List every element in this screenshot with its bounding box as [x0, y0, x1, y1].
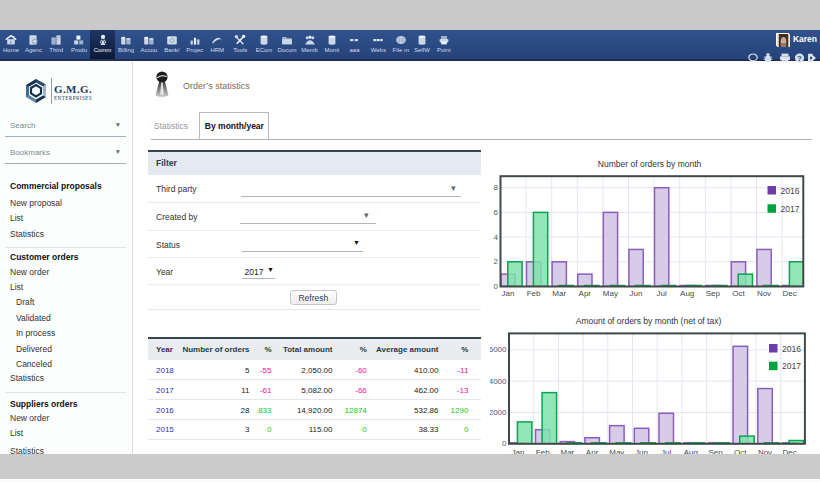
svg-text:2000: 2000 — [490, 408, 507, 417]
svg-text:4: 4 — [494, 233, 499, 242]
svg-text:Jun: Jun — [630, 289, 643, 298]
svg-text:2016: 2016 — [781, 186, 800, 196]
svg-text:2016: 2016 — [782, 344, 801, 354]
svg-text:0: 0 — [494, 282, 499, 291]
svg-text:8: 8 — [494, 183, 499, 192]
svg-text:2: 2 — [494, 257, 499, 266]
svg-text:Nov: Nov — [757, 289, 771, 298]
svg-text:Jan: Jan — [502, 289, 515, 298]
svg-text:Dec: Dec — [782, 289, 796, 298]
svg-text:Sep: Sep — [706, 289, 721, 298]
svg-text:6000: 6000 — [490, 345, 507, 354]
svg-text:Mar: Mar — [552, 289, 566, 298]
svg-text:6: 6 — [494, 208, 499, 217]
svg-text:Number of orders by month: Number of orders by month — [598, 159, 702, 169]
svg-text:0: 0 — [502, 439, 507, 448]
svg-text:2017: 2017 — [781, 204, 800, 214]
svg-text:4000: 4000 — [490, 377, 507, 386]
svg-text:Oct: Oct — [732, 289, 745, 298]
svg-text:Aug: Aug — [680, 289, 694, 298]
svg-text:Feb: Feb — [527, 289, 541, 298]
svg-text:G.M.G.: G.M.G. — [54, 83, 92, 95]
svg-text:2017: 2017 — [782, 361, 801, 371]
svg-text:Amount of orders by month (net: Amount of orders by month (net of tax) — [576, 316, 722, 326]
svg-text:May: May — [603, 289, 618, 298]
svg-text:Jul: Jul — [656, 289, 666, 298]
svg-text:ENTERPRISES: ENTERPRISES — [54, 95, 92, 101]
svg-text:Apr: Apr — [579, 289, 592, 298]
